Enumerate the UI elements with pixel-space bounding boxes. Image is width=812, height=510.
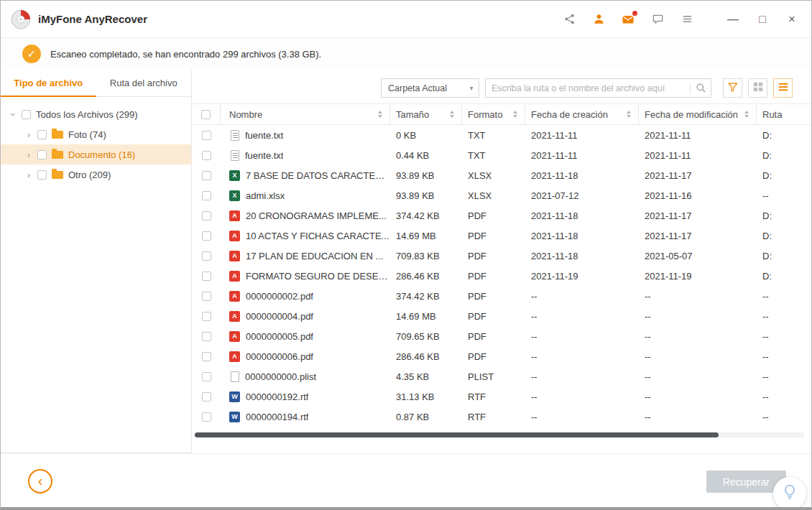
file-size: 374.42 KB — [390, 210, 462, 221]
sort-icon[interactable] — [627, 111, 631, 118]
sort-icon[interactable] — [744, 111, 749, 118]
column-header-nombre[interactable]: Nombre — [221, 104, 390, 124]
back-button[interactable]: ‹ — [28, 469, 52, 493]
share-icon[interactable] — [561, 11, 577, 27]
tree-checkbox[interactable] — [37, 170, 47, 180]
scrollbar-thumb[interactable] — [195, 432, 719, 437]
sort-icon[interactable] — [513, 111, 517, 118]
chevron-down-icon[interactable]: › — [8, 109, 19, 119]
row-checkbox[interactable] — [202, 392, 211, 402]
file-type-tree: › Todos los Archivos (299) › Foto (74) ›… — [1, 97, 191, 185]
file-size: 709.65 KB — [390, 331, 462, 342]
row-checkbox[interactable] — [202, 131, 211, 140]
select-all-checkbox[interactable] — [201, 110, 211, 119]
grid-view-button[interactable] — [748, 78, 767, 98]
row-checkbox[interactable] — [202, 332, 211, 341]
row-checkbox[interactable] — [202, 191, 211, 200]
file-modified-date: -- — [639, 291, 757, 302]
tab-file-path[interactable]: Ruta del archivo — [96, 70, 192, 96]
table-row[interactable]: 0000000002.pdf 374.42 KB PDF -- -- -- — [192, 286, 811, 306]
sidebar-tabs: Tipo de archivo Ruta del archivo — [1, 70, 191, 97]
row-checkbox[interactable] — [202, 251, 211, 261]
file-created-date: 2021-11-18 — [525, 251, 639, 261]
chevron-right-icon[interactable]: › — [24, 129, 34, 140]
column-header-ruta[interactable]: Ruta — [757, 104, 811, 124]
table-row[interactable]: fuente.txt 0.44 KB TXT 2021-11-11 2021-1… — [192, 145, 811, 165]
folder-icon — [52, 131, 63, 139]
file-name-cell: 10 ACTAS Y FICHAS CARACTE... — [221, 231, 390, 241]
tree-checkbox[interactable] — [22, 110, 31, 119]
row-checkbox[interactable] — [202, 151, 211, 160]
help-bulb-button[interactable] — [773, 477, 806, 510]
row-checkbox[interactable] — [202, 272, 211, 281]
tree-checkbox[interactable] — [37, 130, 47, 139]
search-icon[interactable] — [691, 83, 711, 93]
titlebar-actions: — □ × — [561, 11, 800, 27]
file-modified-date: 2021-11-17 — [639, 210, 757, 221]
row-checkbox-cell — [192, 312, 221, 321]
row-checkbox[interactable] — [202, 412, 211, 422]
grid-view-icon — [753, 82, 763, 95]
sort-icon[interactable] — [378, 111, 382, 118]
column-header-tamano[interactable]: Tamaño — [390, 104, 462, 124]
file-table-body: fuente.txt 0 KB TXT 2021-11-11 2021-11-1… — [192, 125, 811, 427]
search-input[interactable] — [486, 83, 690, 93]
row-checkbox[interactable] — [202, 372, 211, 381]
row-checkbox-cell — [192, 392, 221, 402]
tree-checkbox[interactable] — [37, 150, 47, 159]
folder-icon — [52, 171, 63, 179]
account-icon[interactable] — [591, 11, 606, 27]
file-name-cell: 0000000000.plist — [221, 371, 390, 382]
table-row[interactable]: 0000000006.pdf 286.46 KB PDF -- -- -- — [192, 346, 811, 366]
column-header-fecha-modificacion[interactable]: Fecha de modificación — [639, 104, 757, 124]
table-row[interactable]: 0000000005.pdf 709.65 KB PDF -- -- -- — [192, 326, 811, 346]
table-row[interactable]: FORMATO SEGURO DE DESEM... 286.46 KB PDF… — [192, 266, 811, 286]
list-view-button[interactable] — [773, 78, 793, 98]
tree-item-foto[interactable]: › Foto (74) — [1, 124, 191, 144]
row-checkbox[interactable] — [202, 312, 211, 321]
list-view-icon — [778, 82, 788, 95]
tab-file-type[interactable]: Tipo de archivo — [1, 70, 96, 96]
table-row[interactable]: 0000000194.rtf 0.87 KB RTF -- -- -- — [192, 407, 811, 427]
file-size: 0.44 KB — [390, 150, 462, 161]
tree-item-label: Todos los Archivos (299) — [36, 109, 138, 120]
row-checkbox[interactable] — [202, 292, 211, 301]
table-row[interactable]: 0000000004.pdf 14.69 MB PDF -- -- -- — [192, 306, 811, 326]
row-checkbox-cell — [192, 191, 221, 200]
row-checkbox[interactable] — [202, 352, 211, 361]
table-row[interactable]: 17 PLAN DE EDUCACION EN ... 709.83 KB PD… — [192, 246, 811, 266]
tree-item-otro[interactable]: › Otro (209) — [1, 164, 191, 185]
table-row[interactable]: 20 CRONOGRAMAS IMPLEME... 374.42 KB PDF … — [192, 205, 811, 226]
sort-icon[interactable] — [450, 111, 454, 118]
table-row[interactable]: fuente.txt 0 KB TXT 2021-11-11 2021-11-1… — [192, 125, 811, 145]
file-path: -- — [757, 291, 811, 302]
file-created-date: -- — [525, 311, 639, 322]
tree-item-documento[interactable]: › Documento (16) — [1, 144, 191, 164]
feedback-chat-icon[interactable] — [650, 11, 665, 27]
row-checkbox-cell — [192, 131, 221, 140]
column-label: Formato — [468, 109, 502, 120]
chevron-right-icon[interactable]: › — [24, 149, 34, 160]
minimize-button[interactable]: — — [725, 11, 741, 27]
folder-filter-dropdown[interactable]: Carpeta Actual ▾ — [381, 78, 479, 98]
row-checkbox[interactable] — [202, 171, 211, 180]
maximize-button[interactable]: □ — [755, 11, 770, 27]
menu-icon[interactable] — [679, 11, 695, 27]
table-row[interactable]: 0000000000.plist 4.35 KB PLIST -- -- -- — [192, 366, 811, 386]
file-size: 93.89 KB — [390, 170, 462, 181]
file-path: -- — [757, 391, 811, 402]
column-header-formato[interactable]: Formato — [462, 104, 525, 124]
column-header-fecha-creacion[interactable]: Fecha de creación — [525, 104, 639, 124]
close-button[interactable]: × — [784, 11, 800, 27]
row-checkbox[interactable] — [202, 211, 211, 221]
chevron-right-icon[interactable]: › — [24, 170, 34, 180]
row-checkbox[interactable] — [202, 231, 211, 241]
table-row[interactable]: 0000000192.rtf 31.13 KB RTF -- -- -- — [192, 386, 811, 407]
filter-button[interactable] — [723, 78, 742, 98]
table-row[interactable]: admi.xlsx 93.89 KB XLSX 2021-07-12 2021-… — [192, 185, 811, 205]
tree-item-all-files[interactable]: › Todos los Archivos (299) — [1, 104, 191, 124]
file-created-date: -- — [525, 412, 639, 422]
table-row[interactable]: 10 ACTAS Y FICHAS CARACTE... 14.69 MB PD… — [192, 226, 811, 246]
mail-icon[interactable] — [620, 11, 636, 27]
table-row[interactable]: 7 BASE DE DATOS CARACTERI... 93.89 KB XL… — [192, 165, 811, 185]
